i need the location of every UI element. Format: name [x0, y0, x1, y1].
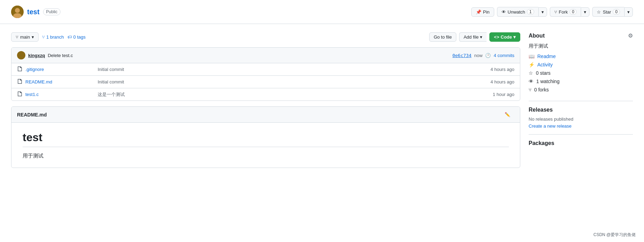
pin-button[interactable]: 📌 Pin: [471, 7, 494, 17]
forks-stat: ⑂ 0 forks: [529, 87, 633, 92]
book-icon: 📖: [529, 54, 535, 59]
readme-header: README.md ✏️: [11, 107, 520, 123]
table-row: README.md Initial commit 4 hours ago: [11, 76, 520, 88]
file-time: 4 hours ago: [490, 67, 514, 72]
fork-icon: ⑂: [554, 9, 557, 15]
watching-stat: 👁 1 watching: [529, 79, 633, 84]
star-dropdown[interactable]: ▾: [624, 7, 633, 17]
star-icon: ☆: [529, 70, 533, 76]
code-button[interactable]: <> Code ▾: [489, 32, 520, 42]
create-release-link[interactable]: Create a new release: [529, 123, 572, 129]
readme-body: 用于测试: [23, 153, 509, 159]
file-name-link[interactable]: .gitignore: [25, 67, 95, 72]
commit-message: Delete test.c: [48, 53, 73, 58]
file-icon: [17, 91, 23, 98]
unwatch-dropdown[interactable]: ▾: [538, 7, 547, 17]
file-name-link[interactable]: README.md: [25, 79, 95, 84]
fork-group: ⑂ Fork 0 ▾: [550, 7, 590, 17]
file-icon: [17, 79, 23, 85]
branch-icon: ⑂: [16, 34, 18, 40]
releases-section: Releases No releases published Create a …: [529, 107, 633, 129]
commit-hash-link[interactable]: 0e6c734: [453, 53, 472, 58]
about-title: About: [529, 33, 545, 39]
file-icon: [17, 66, 23, 73]
header-actions: 📌 Pin 👁 Unwatch 1 ▾ ⑂ Fork 0 ▾ ☆ Sta: [471, 7, 633, 17]
unwatch-button[interactable]: 👁 Unwatch 1: [497, 7, 538, 17]
star-count: 0: [613, 9, 620, 15]
commit-row-right: 0e6c734 now 🕐 4 commits: [453, 53, 514, 58]
divider: [529, 134, 633, 135]
tag-count-link[interactable]: 🏷 0 tags: [67, 34, 85, 40]
svg-point-1: [15, 8, 20, 13]
content-area: ⑂ main ▾ ⑂ 1 branch 🏷 0 tags Go to file: [11, 32, 520, 168]
commit-avatar: [17, 51, 25, 59]
readme-link[interactable]: 📖 Readme: [529, 54, 633, 59]
branch-count-icon: ⑂: [42, 34, 45, 40]
star-icon: ☆: [597, 9, 601, 15]
file-name-link[interactable]: test1.c: [25, 92, 95, 97]
avatar: [11, 6, 24, 18]
branch-count-link[interactable]: ⑂ 1 branch: [42, 34, 64, 40]
visibility-badge: Public: [43, 8, 61, 15]
commit-author-link[interactable]: kingxzq: [28, 53, 45, 58]
about-description: 用于测试: [529, 43, 633, 49]
code-group: <> Code ▾: [489, 32, 520, 42]
packages-title: Packages: [529, 140, 633, 146]
tag-icon: 🏷: [67, 34, 72, 40]
activity-icon: ⚡: [529, 62, 535, 67]
commits-count-link[interactable]: 4 commits: [494, 53, 514, 58]
file-commit-msg: Initial commit: [98, 79, 488, 84]
commit-time: now: [474, 53, 483, 58]
fork-dropdown[interactable]: ▾: [581, 7, 589, 17]
main-layout: ⑂ main ▾ ⑂ 1 branch 🏷 0 tags Go to file: [0, 24, 644, 176]
add-file-button[interactable]: Add file ▾: [459, 32, 487, 42]
table-row: .gitignore Initial commit 4 hours ago: [11, 63, 520, 76]
eye-icon: 👁: [502, 9, 506, 15]
releases-title: Releases: [529, 107, 633, 113]
repo-name[interactable]: test: [27, 8, 40, 16]
about-header: About ⚙: [529, 32, 633, 39]
history-icon: 🕐: [485, 53, 491, 58]
add-file-group: Add file ▾: [459, 32, 487, 42]
fork-count: 0: [570, 9, 577, 15]
repo-title: test Public: [11, 6, 60, 18]
star-button[interactable]: ☆ Star 0: [592, 7, 624, 17]
fork-button[interactable]: ⑂ Fork 0: [550, 7, 581, 17]
packages-section: Packages: [529, 140, 633, 146]
star-group: ☆ Star 0 ▾: [592, 7, 633, 17]
divider: [529, 101, 633, 101]
file-time: 1 hour ago: [493, 92, 514, 97]
unwatch-count: 1: [527, 9, 534, 15]
gear-button[interactable]: ⚙: [628, 32, 633, 39]
branch-selector[interactable]: ⑂ main ▾: [11, 32, 39, 42]
about-links: 📖 Readme ⚡ Activity ☆ 0 stars 👁 1 watchi…: [529, 54, 633, 92]
stars-stat: ☆ 0 stars: [529, 70, 633, 76]
chevron-down-icon: ▾: [513, 34, 516, 40]
sidebar: About ⚙ 用于测试 📖 Readme ⚡ Activity ☆ 0 sta…: [529, 32, 633, 168]
readme-heading: test: [23, 131, 509, 147]
about-section: About ⚙ 用于测试 📖 Readme ⚡ Activity ☆ 0 sta…: [529, 32, 633, 92]
file-table: kingxzq Delete test.c 0e6c734 now 🕐 4 co…: [11, 47, 520, 101]
file-time: 4 hours ago: [490, 79, 514, 84]
chevron-down-icon: ▾: [480, 34, 482, 40]
no-releases-text: No releases published: [529, 116, 633, 122]
readme-content: test 用于测试: [11, 123, 520, 168]
eye-icon: 👁: [529, 79, 533, 84]
toolbar-right: Go to file Add file ▾ <> Code ▾: [429, 32, 520, 42]
commit-row-left: kingxzq Delete test.c: [17, 51, 73, 59]
code-icon: <>: [494, 34, 499, 40]
go-to-file-button[interactable]: Go to file: [429, 32, 456, 42]
pencil-icon: ✏️: [505, 112, 510, 117]
readme-box: README.md ✏️ test 用于测试: [11, 106, 520, 168]
activity-link[interactable]: ⚡ Activity: [529, 62, 633, 67]
repo-toolbar: ⑂ main ▾ ⑂ 1 branch 🏷 0 tags Go to file: [11, 32, 520, 42]
file-commit-msg: Initial commit: [98, 67, 488, 72]
readme-title: README.md: [17, 112, 47, 118]
commit-row: kingxzq Delete test.c 0e6c734 now 🕐 4 co…: [11, 48, 520, 63]
toolbar-left: ⑂ main ▾ ⑂ 1 branch 🏷 0 tags: [11, 32, 85, 42]
edit-readme-button[interactable]: ✏️: [500, 110, 514, 119]
chevron-down-icon: ▾: [32, 34, 34, 40]
file-commit-msg: 这是一个测试: [98, 91, 490, 98]
repo-header: test Public 📌 Pin 👁 Unwatch 1 ▾ ⑂ Fork 0…: [0, 0, 644, 24]
unwatch-group: 👁 Unwatch 1 ▾: [497, 7, 547, 17]
